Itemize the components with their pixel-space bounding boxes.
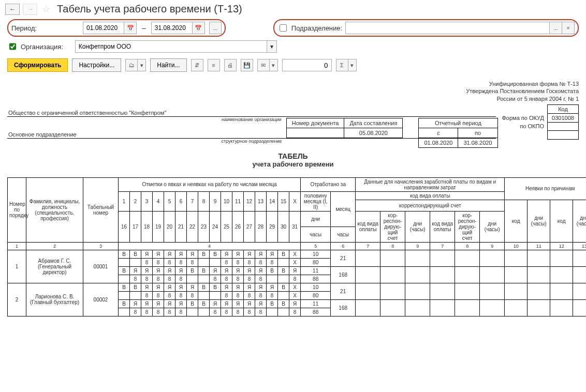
date-to-picker-icon[interactable]: 📅 bbox=[193, 22, 205, 34]
dept-checkbox[interactable] bbox=[280, 24, 287, 32]
find-button[interactable]: Найти... bbox=[150, 58, 186, 72]
settings-button[interactable]: Настройки... bbox=[72, 58, 121, 72]
timesheet-table: Номер по порядкуФамилия, инициалы, должн… bbox=[7, 177, 586, 316]
org-dropdown-button[interactable]: ▾ bbox=[267, 40, 277, 53]
period-picker-button[interactable]: ... bbox=[209, 22, 222, 34]
number-input[interactable] bbox=[282, 59, 332, 71]
dept-picker-button[interactable]: ... bbox=[550, 22, 562, 34]
dept-input[interactable] bbox=[345, 22, 550, 34]
date-range-dash: – bbox=[142, 24, 146, 32]
org-checkbox[interactable] bbox=[9, 43, 16, 50]
form-info: Унифицированная форма № Т-13 Утверждена … bbox=[7, 80, 579, 102]
sum-dropdown[interactable]: ▾ bbox=[348, 59, 357, 71]
org-input[interactable] bbox=[75, 40, 267, 53]
save-button[interactable]: 💾 bbox=[241, 59, 253, 71]
dept-filter-highlight: Подразделение: ... × bbox=[273, 19, 579, 37]
favorite-star-icon[interactable]: ☆ bbox=[42, 4, 50, 14]
period-label: Период: bbox=[11, 24, 80, 32]
sum-button[interactable]: Σ bbox=[336, 59, 348, 71]
date-to-input[interactable] bbox=[151, 22, 193, 34]
dept-label: Подразделение: bbox=[291, 24, 342, 32]
report-period-table: Отчетный период спо 01.08.202031.08.2020 bbox=[418, 118, 497, 148]
date-from-picker-icon[interactable]: 📅 bbox=[124, 22, 137, 34]
email-dropdown[interactable]: ▾ bbox=[270, 59, 278, 71]
report-title: ТАБЕЛЬ bbox=[7, 152, 579, 160]
email-button[interactable]: ✉ bbox=[257, 59, 270, 71]
period-filter-highlight: Период: 📅 – 📅 ... bbox=[7, 19, 226, 37]
date-from-input[interactable] bbox=[83, 22, 124, 34]
nav-back-button[interactable]: ← bbox=[5, 4, 20, 15]
print-button[interactable]: 🖨 bbox=[224, 59, 237, 71]
dept-clear-button[interactable]: × bbox=[562, 22, 575, 34]
doc-number-table: Номер документаДата составления 05.08.20… bbox=[286, 118, 403, 138]
generate-button[interactable]: Сформировать bbox=[7, 58, 68, 72]
collapse-button[interactable]: ≡ bbox=[208, 59, 220, 71]
expand-button[interactable]: ⇵ bbox=[191, 59, 203, 71]
report-subtitle: учета рабочего времени bbox=[7, 160, 579, 168]
nav-forward-button: → bbox=[23, 4, 37, 15]
page-title: Табель учета рабочего времени (Т-13) bbox=[57, 3, 242, 15]
org-name-value: Общество с ограниченной ответственностью… bbox=[7, 110, 167, 116]
variants-button[interactable]: 🗂 bbox=[125, 59, 138, 71]
variants-dropdown[interactable]: ▾ bbox=[138, 59, 146, 71]
org-label: Организация: bbox=[21, 43, 72, 51]
